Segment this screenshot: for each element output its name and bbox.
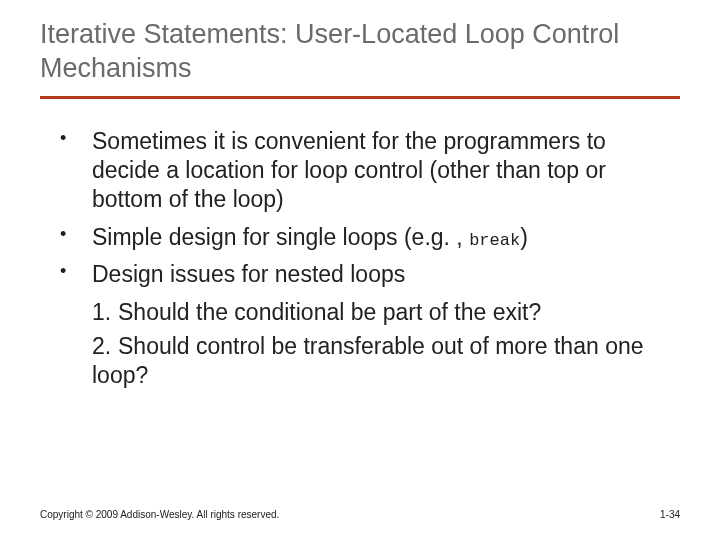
- bullet-item: Sometimes it is convenient for the progr…: [56, 127, 680, 215]
- bullet-item: Design issues for nested loops: [56, 260, 680, 289]
- bullet-text-prefix: Simple design for single loops (e.g. ,: [92, 224, 469, 250]
- sub-text: Should control be transferable out of mo…: [92, 333, 644, 389]
- sub-item: 2.Should control be transferable out of …: [92, 332, 680, 392]
- sub-item: 1.Should the conditional be part of the …: [92, 298, 680, 328]
- sub-text: Should the conditional be part of the ex…: [118, 299, 541, 325]
- sub-number: 1.: [92, 298, 118, 328]
- numbered-sublist: 1.Should the conditional be part of the …: [40, 298, 680, 392]
- footer: Copyright © 2009 Addison-Wesley. All rig…: [40, 509, 680, 520]
- page-number: 1-34: [660, 509, 680, 520]
- bullet-text-suffix: ): [520, 224, 528, 250]
- bullet-text: Sometimes it is convenient for the progr…: [92, 128, 606, 213]
- bullet-text: Design issues for nested loops: [92, 261, 405, 287]
- bullet-item: Simple design for single loops (e.g. , b…: [56, 223, 680, 252]
- sub-number: 2.: [92, 332, 118, 362]
- copyright-text: Copyright © 2009 Addison-Wesley. All rig…: [40, 509, 279, 520]
- slide-title: Iterative Statements: User-Located Loop …: [40, 18, 680, 86]
- code-break: break: [469, 231, 520, 250]
- title-rule: [40, 96, 680, 99]
- bullet-list: Sometimes it is convenient for the progr…: [40, 127, 680, 290]
- slide: Iterative Statements: User-Located Loop …: [0, 0, 720, 540]
